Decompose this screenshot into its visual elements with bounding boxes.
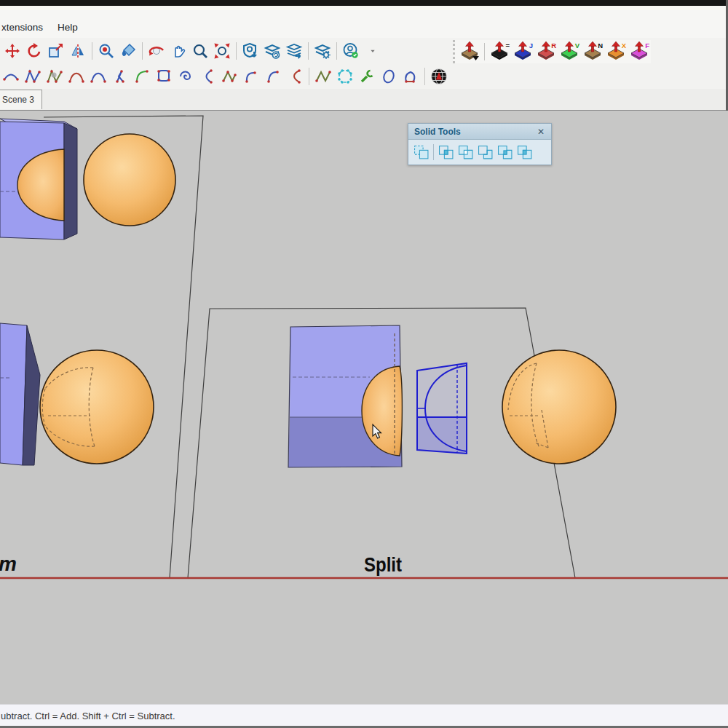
trim-box-with-dome[interactable] xyxy=(0,119,77,240)
move-tool-button[interactable] xyxy=(1,40,23,62)
zoom-tool-button[interactable] xyxy=(189,40,211,62)
stamp-drop-button[interactable]: J xyxy=(511,41,534,63)
model-viewport[interactable]: Split m Solid Tools ✕ xyxy=(0,110,728,705)
zigzag-button[interactable] xyxy=(109,66,131,87)
closed-curve-button[interactable] xyxy=(400,66,422,87)
svg-text:=: = xyxy=(505,41,510,50)
orbit-tool-icon xyxy=(148,42,165,60)
stamp-drop-button[interactable] xyxy=(458,41,481,63)
shield-gear-download-button[interactable] xyxy=(240,40,261,62)
solid-tools-dialog: Solid Tools ✕ xyxy=(408,123,552,165)
menu-item-help[interactable]: Help xyxy=(50,20,85,35)
layers-export-icon xyxy=(285,42,303,60)
freehand-polyline-button[interactable] xyxy=(44,66,66,87)
arc-green-icon xyxy=(133,68,151,85)
stamp-drop-icon: X xyxy=(605,41,627,62)
stamp-drop-icon: V xyxy=(558,41,580,62)
dropdown-caret-icon xyxy=(367,42,379,60)
curve-red-button[interactable] xyxy=(66,66,87,87)
arc-green-button[interactable] xyxy=(131,66,153,87)
stamp-drop-button[interactable]: = xyxy=(488,41,511,63)
menu-item-extensions[interactable]: xtensions xyxy=(0,20,50,35)
zoom-extents-tool-button[interactable] xyxy=(211,40,233,62)
curve-blue-icon xyxy=(90,68,107,85)
rounded-square-button[interactable] xyxy=(153,66,175,87)
wrench-button[interactable] xyxy=(356,66,378,87)
split-box-with-dome[interactable] xyxy=(288,325,402,467)
stamp-drop-button[interactable]: V xyxy=(558,41,581,63)
svg-text:J: J xyxy=(529,41,533,50)
globe-button[interactable] xyxy=(428,66,450,87)
solid-tools-titlebar[interactable]: Solid Tools ✕ xyxy=(408,124,551,140)
stamp-drop-button[interactable]: F xyxy=(628,41,651,63)
dropdown-caret-button[interactable] xyxy=(362,40,384,62)
c-curve-red-button[interactable] xyxy=(284,66,306,87)
split-button[interactable] xyxy=(515,142,534,162)
union-icon xyxy=(458,145,474,160)
layers-sync-button[interactable] xyxy=(261,40,283,62)
trim-button[interactable] xyxy=(495,142,515,162)
position-camera-tool-button[interactable] xyxy=(95,40,117,62)
toolbar-separator xyxy=(92,42,92,60)
octagon-dashed-icon xyxy=(336,68,354,85)
ellipse-button[interactable] xyxy=(378,66,400,87)
stamp-drop-button[interactable]: R xyxy=(534,41,558,63)
svg-text:F: F xyxy=(645,41,649,50)
toolbar-separator xyxy=(433,144,434,160)
subtract-button[interactable] xyxy=(475,142,495,162)
close-icon[interactable]: ✕ xyxy=(535,127,547,137)
union-button[interactable] xyxy=(456,142,475,162)
bezier-arc-button[interactable] xyxy=(0,66,22,87)
layers-export-button[interactable] xyxy=(283,40,305,62)
closed-curve-icon xyxy=(402,68,419,85)
spiral-button[interactable] xyxy=(175,66,197,87)
intersect-button[interactable] xyxy=(436,142,456,162)
trim-icon xyxy=(497,145,513,160)
trim-result-sphere[interactable] xyxy=(40,350,154,464)
pan-tool-icon xyxy=(170,42,187,60)
status-bar: ubtract. Ctrl = Add. Shift + Ctrl = Subt… xyxy=(0,704,728,727)
account-button[interactable] xyxy=(340,40,362,62)
scale-tool-button[interactable] xyxy=(45,40,67,62)
layers-gear-button[interactable] xyxy=(312,40,333,62)
stamp-drop-icon: = xyxy=(488,41,510,62)
toolbar-separator xyxy=(309,68,309,85)
stamp-drop-icon: J xyxy=(512,41,534,62)
svg-text:V: V xyxy=(575,41,580,50)
zoom-tool-icon xyxy=(191,42,209,60)
trim-result-box[interactable] xyxy=(0,323,40,465)
paint-bucket-tool-button[interactable] xyxy=(117,40,139,62)
pan-tool-button[interactable] xyxy=(167,40,189,62)
split-sphere[interactable] xyxy=(502,350,616,464)
w-polyline-button[interactable] xyxy=(312,66,334,87)
outer-shell-button[interactable] xyxy=(411,142,431,162)
flip-tool-button[interactable] xyxy=(67,40,89,62)
subtract-icon xyxy=(478,145,494,160)
polyline-green-icon xyxy=(221,68,238,85)
rotate-tool-icon xyxy=(25,42,43,60)
rotate-tool-button[interactable] xyxy=(23,40,45,62)
stamp-drop-button[interactable]: X xyxy=(604,41,628,63)
polyline-icon xyxy=(24,68,41,85)
stamp-drop-button[interactable]: N xyxy=(581,41,604,63)
scene-tab[interactable]: Scene 3 xyxy=(0,90,42,109)
polyline-button[interactable] xyxy=(22,66,44,87)
w-polyline-icon xyxy=(314,68,332,85)
orbit-tool-button[interactable] xyxy=(146,40,167,62)
rounded-square-icon xyxy=(155,68,173,85)
polyline-green-button[interactable] xyxy=(218,66,240,87)
hook-curve-button[interactable] xyxy=(240,66,262,87)
open-arc-button[interactable] xyxy=(197,66,218,87)
curve-blue-button[interactable] xyxy=(87,66,109,87)
flip-tool-icon xyxy=(69,42,87,60)
toolbar-separator xyxy=(484,43,485,60)
octagon-dashed-button[interactable] xyxy=(334,66,356,87)
hook-curve-2-button[interactable] xyxy=(262,66,284,87)
split-selected-piece[interactable] xyxy=(417,363,467,454)
stamp-drop-icon xyxy=(459,41,480,62)
scene-canvas: Split m xyxy=(0,111,728,705)
globe-icon xyxy=(430,68,448,85)
trim-sphere[interactable] xyxy=(84,134,175,226)
account-icon xyxy=(342,42,360,60)
stamp-drop-icon: R xyxy=(535,41,557,62)
